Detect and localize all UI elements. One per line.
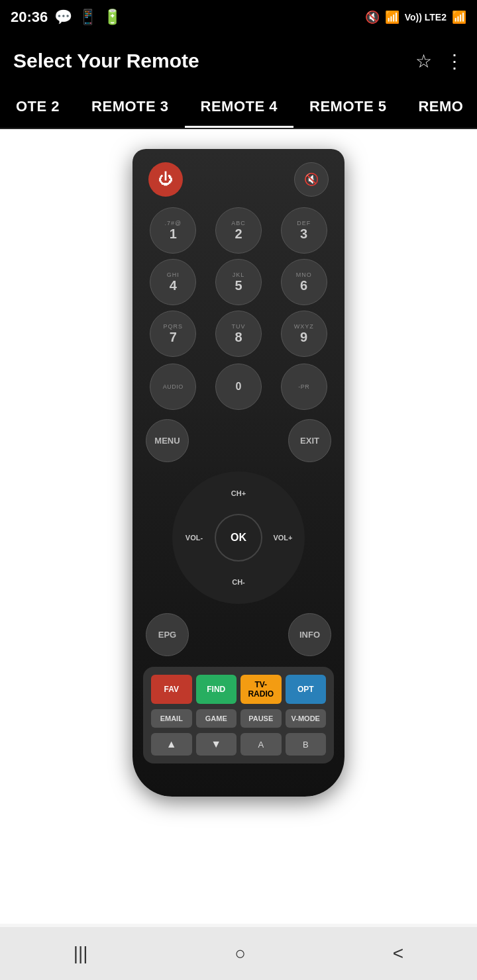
num-button-7[interactable]: PQRS 7 xyxy=(150,311,196,357)
opt-button[interactable]: OPT xyxy=(286,675,327,704)
remote-control: ⏻ 🔇 .7#@ 1 ABC 2 DEF 3 GHI 4 xyxy=(132,149,344,797)
email-button[interactable]: EMAIL xyxy=(151,709,192,728)
dpad-down[interactable]: CH- xyxy=(212,565,265,599)
game-button[interactable]: GAME xyxy=(196,709,237,728)
nav-bar: ||| ○ < xyxy=(0,927,477,980)
colored-button-row: FAV FIND TV-RADIO OPT xyxy=(151,675,326,704)
recent-apps-button[interactable]: ||| xyxy=(54,936,108,971)
arrow-up-button[interactable]: ▲ xyxy=(151,733,192,756)
num-button-6[interactable]: MNO 6 xyxy=(281,259,327,305)
pr-button[interactable]: -PR xyxy=(281,364,327,410)
arrow-down-button[interactable]: ▼ xyxy=(196,733,237,756)
more-options-icon[interactable]: ⋮ xyxy=(445,50,464,72)
page-title: Select Your Remote xyxy=(13,50,199,72)
gray-button-row: EMAIL GAME PAUSE V-MODE xyxy=(151,709,326,728)
fav-button[interactable]: FAV xyxy=(151,675,192,704)
remote-top-row: ⏻ 🔇 xyxy=(143,162,334,197)
wifi-icon: 📶 xyxy=(385,10,399,24)
app-header: Select Your Remote ☆ ⋮ xyxy=(0,34,477,87)
tvradio-button[interactable]: TV-RADIO xyxy=(240,675,282,704)
back-button[interactable]: < xyxy=(373,936,423,971)
find-button[interactable]: FIND xyxy=(196,675,237,704)
time: 20:36 xyxy=(11,9,48,26)
tab-remote2[interactable]: OTE 2 xyxy=(0,87,76,128)
power-button[interactable]: ⏻ xyxy=(148,162,183,197)
pause-button[interactable]: PAUSE xyxy=(240,709,282,728)
audio-button[interactable]: AUDIO xyxy=(150,364,196,410)
dpad-right[interactable]: VOL+ xyxy=(266,511,299,564)
chat-icon: 💬 xyxy=(54,9,72,26)
menu-button[interactable]: MENU xyxy=(146,419,189,462)
mute-button[interactable]: 🔇 xyxy=(294,162,329,197)
signal-icon: Vo)) LTE2 xyxy=(405,12,447,23)
epg-button[interactable]: EPG xyxy=(146,613,189,656)
status-right: 🔇 📶 Vo)) LTE2 📶 xyxy=(365,10,466,24)
arrow-ab-row: ▲ ▼ A B xyxy=(151,733,326,756)
mute-icon: 🔇 xyxy=(304,172,319,187)
exit-button[interactable]: EXIT xyxy=(288,419,331,462)
info-button[interactable]: INFO xyxy=(288,613,331,656)
dpad-container: CH+ CH- VOL- VOL+ OK xyxy=(172,471,305,604)
numpad: .7#@ 1 ABC 2 DEF 3 GHI 4 JKL 5 MNO xyxy=(143,207,334,357)
network-icon: 📶 xyxy=(452,10,466,24)
screen-record-icon: 📱 xyxy=(79,9,97,26)
menu-exit-row: MENU EXIT xyxy=(143,419,334,462)
tab-remote4[interactable]: REMOTE 4 xyxy=(185,87,293,128)
num-button-4[interactable]: GHI 4 xyxy=(150,259,196,305)
dpad-left[interactable]: VOL- xyxy=(178,511,211,564)
dpad-up[interactable]: CH+ xyxy=(212,477,265,510)
zero-button[interactable]: 0 xyxy=(215,364,262,410)
header-icons: ☆ ⋮ xyxy=(415,50,464,72)
tab-bar: OTE 2 REMOTE 3 REMOTE 4 REMOTE 5 REMO xyxy=(0,87,477,129)
status-left: 20:36 💬 📱 🔋 xyxy=(11,9,121,26)
num-button-1[interactable]: .7#@ 1 xyxy=(150,207,196,254)
epg-info-row: EPG INFO xyxy=(143,613,334,656)
ok-button[interactable]: OK xyxy=(215,514,262,562)
tab-remote3[interactable]: REMOTE 3 xyxy=(76,87,184,128)
tab-remote6[interactable]: REMO xyxy=(402,87,477,128)
num-button-3[interactable]: DEF 3 xyxy=(281,207,327,254)
home-button[interactable]: ○ xyxy=(215,936,266,971)
status-bar: 20:36 💬 📱 🔋 🔇 📶 Vo)) LTE2 📶 xyxy=(0,0,477,34)
num-button-8[interactable]: TUV 8 xyxy=(215,311,262,357)
tab-remote5[interactable]: REMOTE 5 xyxy=(293,87,402,128)
mute-icon: 🔇 xyxy=(365,10,380,24)
battery-icon: 🔋 xyxy=(103,9,121,26)
main-content: ⏻ 🔇 .7#@ 1 ABC 2 DEF 3 GHI 4 xyxy=(0,129,477,924)
vmode-button[interactable]: V-MODE xyxy=(286,709,327,728)
num-button-2[interactable]: ABC 2 xyxy=(215,207,262,254)
b-button[interactable]: B xyxy=(286,733,327,756)
special-row: AUDIO 0 -PR xyxy=(143,364,334,410)
bottom-buttons: FAV FIND TV-RADIO OPT EMAIL GAME PAUSE V… xyxy=(143,667,334,763)
a-button[interactable]: A xyxy=(240,733,282,756)
num-button-5[interactable]: JKL 5 xyxy=(215,259,262,305)
num-button-9[interactable]: WXYZ 9 xyxy=(281,311,327,357)
favorite-icon[interactable]: ☆ xyxy=(415,50,432,72)
